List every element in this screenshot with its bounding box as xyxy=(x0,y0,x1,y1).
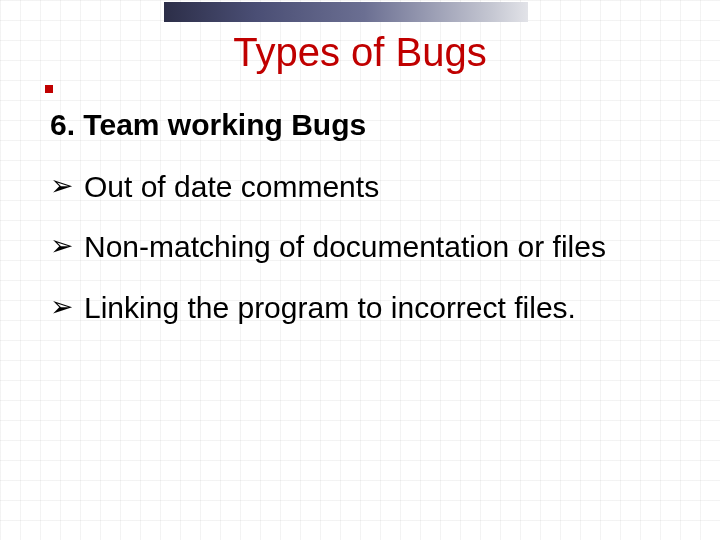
slide: Types of Bugs 6. Team working Bugs Out o… xyxy=(0,0,720,540)
bullet-list: Out of date comments Non-matching of doc… xyxy=(50,168,670,327)
slide-title: Types of Bugs xyxy=(0,30,720,75)
top-accent-bar xyxy=(164,2,528,22)
list-item: Out of date comments xyxy=(50,168,670,206)
section-heading: 6. Team working Bugs xyxy=(50,108,670,142)
content-area: 6. Team working Bugs Out of date comment… xyxy=(50,108,670,349)
list-item: Linking the program to incorrect files. xyxy=(50,289,670,327)
list-item: Non-matching of documentation or files xyxy=(50,228,670,266)
accent-square-icon xyxy=(45,85,53,93)
